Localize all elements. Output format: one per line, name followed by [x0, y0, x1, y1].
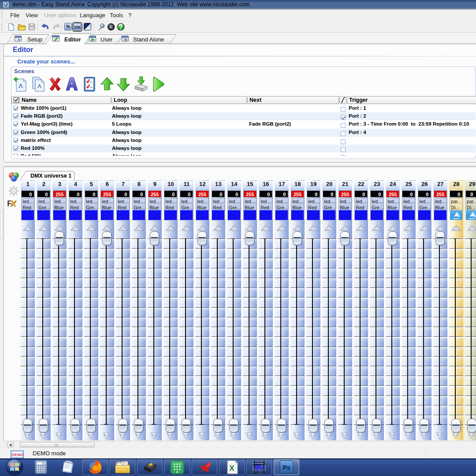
- svg-text:Ps: Ps: [283, 464, 290, 471]
- svg-text:X: X: [229, 464, 234, 472]
- svg-text:255: 255: [74, 25, 80, 30]
- svg-text:0: 0: [42, 462, 44, 465]
- svg-text:%: %: [66, 24, 70, 29]
